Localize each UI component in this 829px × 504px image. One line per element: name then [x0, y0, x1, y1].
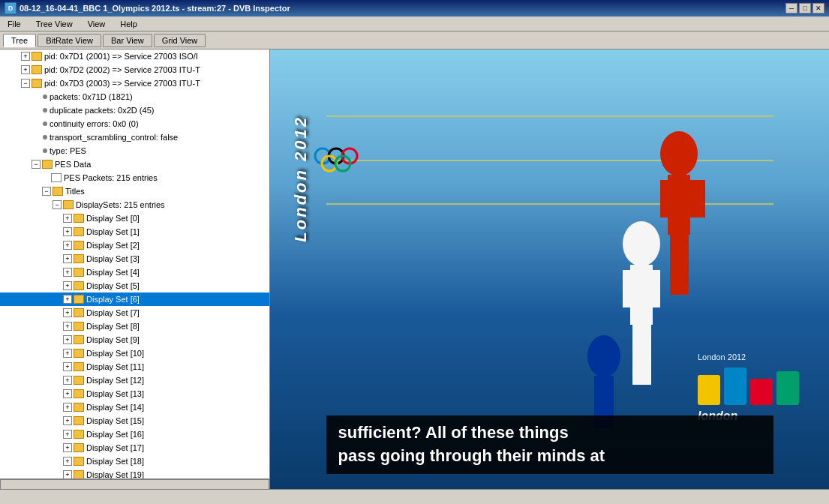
svg-rect-12	[623, 270, 638, 308]
tree-item[interactable]: +Display Set [15]	[0, 414, 269, 428]
tree-item[interactable]: +Display Set [14]	[0, 400, 269, 414]
tree-item-label: Display Set [18]	[86, 455, 144, 467]
tree-item[interactable]: +pid: 0x7D1 (2001) => Service 27003 ISO/…	[0, 50, 269, 63]
tree-item[interactable]: +Display Set [12]	[0, 374, 269, 387]
expand-icon[interactable]: +	[63, 268, 72, 277]
expand-icon[interactable]: +	[63, 376, 72, 385]
tree-item[interactable]: −DisplaySets: 215 entries	[0, 198, 269, 212]
tree-item[interactable]: type: PES	[0, 144, 269, 158]
expand-icon[interactable]: +	[63, 430, 72, 439]
tab-grid-view[interactable]: Grid View	[154, 34, 206, 47]
tree-item[interactable]: +Display Set [13]	[0, 387, 269, 400]
menu-file[interactable]: File	[3, 19, 26, 29]
maximize-button[interactable]: □	[799, 3, 811, 14]
tree-item[interactable]: packets: 0x71D (1821)	[0, 90, 269, 104]
tree-item-label: Display Set [17]	[86, 442, 144, 454]
status-bar	[0, 489, 829, 504]
tree-item-label: Display Set [19]	[86, 469, 144, 478]
expand-icon[interactable]: +	[63, 335, 72, 344]
expand-icon[interactable]: +	[21, 65, 30, 74]
tree-item[interactable]: +Display Set [18]	[0, 454, 269, 468]
expand-icon[interactable]: −	[21, 79, 30, 88]
tree-item[interactable]: +Display Set [16]	[0, 428, 269, 441]
tree-item[interactable]: +Display Set [11]	[0, 360, 269, 374]
folder-icon	[74, 349, 84, 358]
expand-icon[interactable]: −	[53, 200, 62, 209]
tree-item[interactable]: −PES Data	[0, 158, 269, 171]
tree-item-label: packets: 0x71D (1821)	[50, 91, 133, 103]
tree-panel: +pid: 0x7D1 (2001) => Service 27003 ISO/…	[0, 50, 270, 489]
tree-item[interactable]: +Display Set [17]	[0, 441, 269, 454]
folder-icon	[74, 470, 84, 478]
folder-icon	[74, 281, 84, 290]
tree-item[interactable]: −pid: 0x7D3 (2003) => Service 27003 ITU-…	[0, 76, 269, 90]
tree-item[interactable]: continuity errors: 0x0 (0)	[0, 117, 269, 130]
expand-icon[interactable]: −	[42, 187, 51, 196]
expand-icon[interactable]: +	[63, 295, 72, 304]
tree-scroll[interactable]: +pid: 0x7D1 (2001) => Service 27003 ISO/…	[0, 50, 269, 478]
menu-tree-view[interactable]: Tree View	[32, 19, 77, 29]
expand-icon[interactable]: +	[21, 52, 30, 61]
close-button[interactable]: ✕	[812, 3, 824, 14]
tree-item[interactable]: +Display Set [6]	[0, 292, 269, 306]
folder-icon	[74, 335, 84, 344]
expand-icon[interactable]: +	[63, 308, 72, 317]
tree-item-label: Display Set [14]	[86, 401, 144, 413]
tree-item[interactable]: +Display Set [8]	[0, 320, 269, 333]
expand-icon[interactable]: +	[63, 470, 72, 478]
folder-icon	[63, 200, 74, 209]
tree-item[interactable]: +Display Set [2]	[0, 238, 269, 252]
tree-item[interactable]: +Display Set [4]	[0, 266, 269, 279]
tree-item[interactable]: +Display Set [19]	[0, 468, 269, 478]
expand-icon[interactable]: +	[63, 281, 72, 290]
folder-icon	[74, 403, 84, 412]
folder-icon	[53, 187, 63, 196]
subtitle-line2: pass going through their minds at	[338, 445, 761, 468]
expand-icon[interactable]: +	[63, 254, 72, 263]
tree-item-label: Display Set [13]	[86, 388, 144, 400]
tree-item[interactable]: +Display Set [1]	[0, 225, 269, 238]
video-content: London 2012	[270, 50, 829, 489]
folder-icon	[74, 268, 84, 277]
tree-item[interactable]: +pid: 0x7D2 (2002) => Service 27003 ITU-…	[0, 63, 269, 76]
svg-rect-14	[632, 325, 651, 385]
horizontal-scrollbar[interactable]	[0, 478, 269, 489]
tab-tree[interactable]: Tree	[3, 34, 36, 47]
folder-icon	[74, 214, 84, 223]
main-content: +pid: 0x7D1 (2001) => Service 27003 ISO/…	[0, 50, 829, 489]
tree-item[interactable]: +Display Set [3]	[0, 252, 269, 266]
expand-icon[interactable]: −	[32, 160, 41, 169]
tree-item[interactable]: +Display Set [5]	[0, 279, 269, 292]
expand-icon[interactable]: +	[63, 403, 72, 412]
tree-item[interactable]: PES Packets: 215 entries	[0, 171, 269, 184]
subtitle-line1: sufficient? All of these things	[338, 422, 761, 445]
expand-icon[interactable]: +	[63, 214, 72, 223]
tab-bar-view[interactable]: Bar View	[103, 34, 152, 47]
svg-point-5	[660, 131, 698, 176]
tab-bitrate-view[interactable]: BitRate View	[38, 34, 101, 47]
expand-icon[interactable]: +	[63, 416, 72, 425]
tree-item[interactable]: +Display Set [0]	[0, 212, 269, 225]
expand-icon[interactable]: +	[63, 322, 72, 331]
tree-item[interactable]: +Display Set [10]	[0, 346, 269, 360]
folder-icon	[74, 254, 84, 263]
menu-help[interactable]: Help	[116, 19, 142, 29]
tree-item[interactable]: −Titles	[0, 184, 269, 198]
expand-icon[interactable]: +	[63, 457, 72, 466]
title-bar: D 08-12_16-04-41_BBC 1_Olympics 2012.ts …	[0, 0, 829, 16]
expand-icon[interactable]: +	[63, 349, 72, 358]
menu-view[interactable]: View	[83, 19, 110, 29]
expand-icon[interactable]: +	[63, 389, 72, 398]
minimize-button[interactable]: ─	[785, 3, 797, 14]
bullet-icon	[43, 135, 47, 140]
tree-item[interactable]: transport_scrambling_control: false	[0, 130, 269, 144]
tree-item-label: Display Set [1]	[86, 226, 140, 238]
expand-icon[interactable]: +	[63, 241, 72, 250]
tree-item-label: pid: 0x7D2 (2002) => Service 27003 ITU-T	[44, 64, 200, 76]
expand-icon[interactable]: +	[63, 362, 72, 371]
expand-icon[interactable]: +	[63, 227, 72, 236]
tree-item[interactable]: duplicate packets: 0x2D (45)	[0, 104, 269, 117]
expand-icon[interactable]: +	[63, 443, 72, 452]
tree-item[interactable]: +Display Set [7]	[0, 306, 269, 320]
tree-item[interactable]: +Display Set [9]	[0, 333, 269, 346]
